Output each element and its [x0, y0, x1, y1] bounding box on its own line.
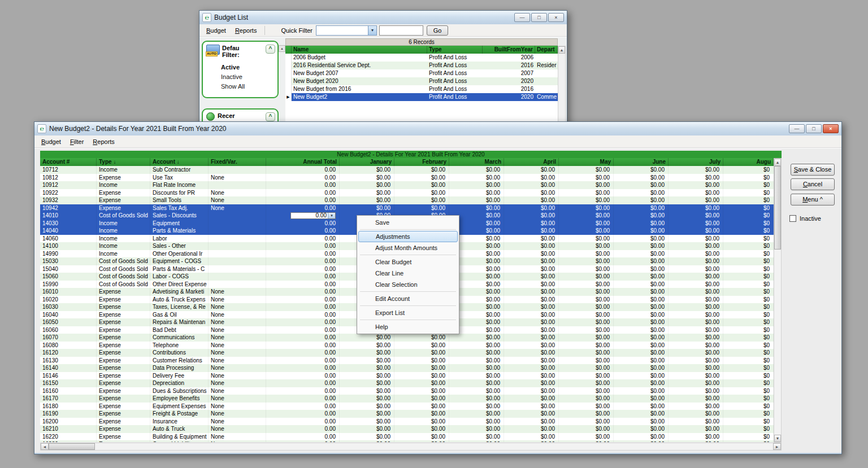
- scroll-right-icon[interactable]: ►: [773, 443, 781, 450]
- cell-month[interactable]: $0.00: [559, 303, 614, 311]
- cell[interactable]: Cost of Goods Sold: [97, 265, 150, 273]
- cell[interactable]: 14030: [40, 220, 97, 228]
- cell-month-cut[interactable]: $0: [723, 242, 774, 250]
- cell-month[interactable]: $0.00: [504, 181, 559, 189]
- go-button[interactable]: Go: [427, 25, 448, 36]
- cell-month[interactable]: $0.00: [614, 257, 669, 265]
- cell-month[interactable]: $0.00: [504, 326, 559, 334]
- menu-budget[interactable]: Budget: [202, 25, 231, 36]
- cell[interactable]: 15060: [40, 273, 97, 281]
- cell[interactable]: Other Operational Ir: [150, 250, 209, 258]
- cell-month-cut[interactable]: $0: [723, 403, 774, 410]
- cell[interactable]: 10942: [40, 204, 97, 212]
- cell-month-cut[interactable]: $0: [723, 257, 774, 265]
- cell[interactable]: None: [209, 334, 266, 342]
- cell-annual-total[interactable]: 0.00: [266, 410, 340, 418]
- cell-name[interactable]: 2006 Budget: [292, 54, 427, 62]
- cell-annual-total[interactable]: 0.00: [266, 318, 340, 326]
- cell[interactable]: Auto & Truck Expens: [150, 296, 209, 304]
- cell[interactable]: Expense: [97, 433, 150, 441]
- cell-month[interactable]: $0.00: [559, 281, 614, 288]
- cell-month[interactable]: $0.00: [504, 250, 559, 258]
- cell[interactable]: 16210: [40, 425, 97, 433]
- context-menu-item-clear-budget[interactable]: Clear Budget: [358, 256, 458, 268]
- scroll-thumb[interactable]: [774, 166, 781, 250]
- cell-month-cut[interactable]: $0: [723, 281, 774, 288]
- cell-month[interactable]: $0.00: [669, 220, 723, 228]
- cell-month[interactable]: $0.00: [669, 379, 723, 387]
- cell-department[interactable]: Resider: [535, 62, 558, 69]
- cell-month[interactable]: $0.00: [449, 395, 504, 403]
- panel-scroll-up-icon[interactable]: ▲: [279, 45, 285, 52]
- cell-type[interactable]: Profit And Loss: [427, 77, 483, 85]
- cell[interactable]: Expense: [97, 425, 150, 433]
- cell-annual-total[interactable]: 0.00: [266, 357, 340, 365]
- cell-month[interactable]: $0.00: [614, 387, 669, 395]
- cell[interactable]: None: [209, 425, 266, 433]
- cell[interactable]: None: [209, 403, 266, 410]
- cell-month-cut[interactable]: $0: [723, 357, 774, 365]
- cell-month[interactable]: $0.00: [614, 410, 669, 418]
- cell-month[interactable]: $0.00: [449, 403, 504, 410]
- budget-detail-row[interactable]: 16140ExpenseData ProcessingNone0.00$0.00…: [40, 364, 774, 372]
- cell-month[interactable]: $0.00: [504, 303, 559, 311]
- cell-month-cut[interactable]: $0: [723, 288, 774, 296]
- cell-month[interactable]: $0.00: [394, 174, 449, 182]
- cell[interactable]: [209, 212, 266, 220]
- cell-month[interactable]: $0.00: [394, 181, 449, 189]
- cell[interactable]: Expense: [97, 387, 150, 395]
- context-menu-item-adjust-month-amounts[interactable]: Adjust Month Amounts: [358, 242, 458, 253]
- budget-detail-row[interactable]: 16190ExpenseFreight & PostageNone0.00$0.…: [40, 410, 774, 418]
- cell[interactable]: 16146: [40, 372, 97, 380]
- cell-month[interactable]: $0.00: [614, 372, 669, 380]
- cell-month[interactable]: $0.00: [669, 318, 723, 326]
- cell-annual-total[interactable]: 0.00: [266, 257, 340, 265]
- cell-month[interactable]: $0.00: [340, 425, 394, 433]
- cell[interactable]: Expense: [97, 196, 150, 204]
- cell-month[interactable]: $0.00: [504, 288, 559, 296]
- cell-month-cut[interactable]: $0: [723, 418, 774, 426]
- cell[interactable]: 16150: [40, 379, 97, 387]
- cell-month[interactable]: $0.00: [449, 440, 504, 442]
- cell[interactable]: [209, 242, 266, 250]
- cell-month[interactable]: $0.00: [669, 410, 723, 418]
- scroll-down-icon[interactable]: ▼: [774, 435, 781, 442]
- cell-month[interactable]: $0.00: [614, 296, 669, 304]
- cell-month[interactable]: $0.00: [340, 379, 394, 387]
- context-menu-item-clear-selection[interactable]: Clear Selection: [358, 279, 458, 290]
- cell[interactable]: Expense: [97, 440, 150, 442]
- maximize-icon[interactable]: □: [806, 124, 822, 133]
- cell-month[interactable]: $0.00: [504, 311, 559, 319]
- cell-month[interactable]: $0.00: [340, 440, 394, 442]
- cell[interactable]: None: [209, 440, 266, 442]
- cell-month-cut[interactable]: $0: [723, 250, 774, 258]
- cell[interactable]: [209, 281, 266, 288]
- dropdown-arrow-icon[interactable]: ▾: [328, 213, 335, 218]
- menu-filter[interactable]: Filter: [66, 137, 88, 147]
- cell-month[interactable]: $0.00: [559, 318, 614, 326]
- cell-type[interactable]: Profit And Loss: [427, 62, 483, 69]
- cell-month[interactable]: $0.00: [559, 425, 614, 433]
- budget-detail-row[interactable]: 16220ExpenseBuilding & EquipmentNone0.00…: [40, 433, 774, 441]
- cell-month[interactable]: $0.00: [340, 349, 394, 357]
- cell-month[interactable]: $0.00: [504, 273, 559, 281]
- cell-month[interactable]: $0.00: [559, 349, 614, 357]
- cell-month[interactable]: $0.00: [394, 334, 449, 342]
- cell-month-cut[interactable]: $0: [723, 342, 774, 349]
- cell[interactable]: Expense: [97, 326, 150, 334]
- cell-month[interactable]: $0.00: [614, 349, 669, 357]
- cell-month[interactable]: $0.00: [449, 364, 504, 372]
- cell[interactable]: None: [209, 288, 266, 296]
- cell-month[interactable]: $0.00: [504, 235, 559, 243]
- cell-month[interactable]: $0.00: [669, 265, 723, 273]
- cell-month[interactable]: $0.00: [669, 204, 723, 212]
- scroll-up-icon[interactable]: ▲: [558, 46, 565, 54]
- cell-annual-total[interactable]: 0.00: [266, 311, 340, 319]
- cell-month[interactable]: $0.00: [449, 166, 504, 174]
- cell-month-cut[interactable]: $0: [723, 395, 774, 403]
- context-menu-item-clear-line[interactable]: Clear Line: [358, 268, 458, 279]
- cell-month[interactable]: $0.00: [504, 349, 559, 357]
- menu-reports[interactable]: Reports: [88, 137, 119, 147]
- column-header[interactable]: March: [449, 158, 504, 166]
- cell[interactable]: 16030: [40, 303, 97, 311]
